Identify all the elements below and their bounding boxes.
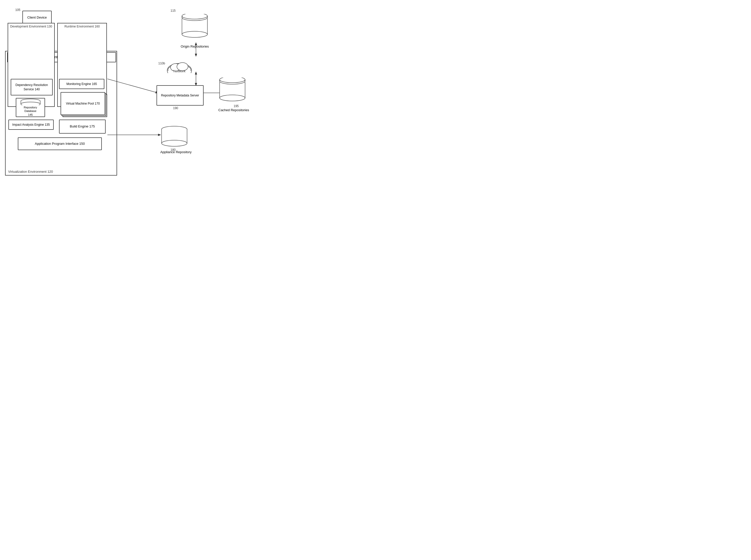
ref-115: 115 [171, 9, 176, 13]
ref-110b: 110b [158, 62, 165, 65]
appliance-repo-icon [160, 125, 188, 150]
repo-db-icon [20, 98, 41, 105]
virt-env-label: Virtualization Environment 120 [8, 170, 53, 174]
appliance-repo-wrapper: Appliance Repository 180 [160, 125, 192, 155]
cached-repos-label: Cached Repositories [218, 108, 249, 113]
network-b-cloud: Network [165, 57, 195, 76]
vm-pool-wrapper: Virtual Machine Pool 170 [61, 92, 105, 116]
repo-metadata-server-box: Repository Metadata Server [157, 85, 203, 105]
diagram: 105 Client Device 110a Network Virtualiz… [0, 0, 255, 191]
build-engine-box: Build Engine 175 [59, 120, 105, 134]
origin-repos-icon [181, 14, 209, 47]
ref-195: 195 [234, 104, 239, 108]
ref-190: 190 [173, 106, 178, 110]
cached-repos-wrapper: Cached Repositories 195 [218, 78, 249, 113]
svg-point-17 [21, 102, 40, 105]
svg-point-26 [182, 14, 207, 19]
appliance-repo-label: Appliance Repository [160, 150, 192, 155]
repo-db-box: RepositoryDatabase145 [16, 98, 45, 117]
api-box: Application Program Interface 150 [18, 137, 102, 150]
dev-env-label: Development Environment 130 [10, 25, 52, 28]
svg-text:Network: Network [173, 69, 185, 73]
svg-point-47 [162, 140, 187, 146]
monitoring-engine-box: Monitoring Engine 165 [59, 79, 104, 89]
svg-point-42 [220, 78, 245, 83]
ref-180: 180 [171, 148, 176, 152]
runtime-env-label: Runtime Environment 160 [64, 25, 100, 28]
dep-resolution-box: Dependency Resolution Service 140 [11, 79, 53, 95]
impact-analysis-box: Impact Analysis Engine 135 [8, 120, 54, 130]
ref-105: 105 [15, 8, 20, 12]
svg-point-38 [220, 95, 245, 101]
origin-repos-wrapper: 115 Origin Repositories [181, 14, 209, 49]
svg-point-22 [182, 31, 207, 37]
cached-repos-icon [218, 78, 246, 111]
client-device-box: Client Device [22, 11, 52, 25]
origin-repos-label: Origin Repositories [181, 44, 209, 49]
